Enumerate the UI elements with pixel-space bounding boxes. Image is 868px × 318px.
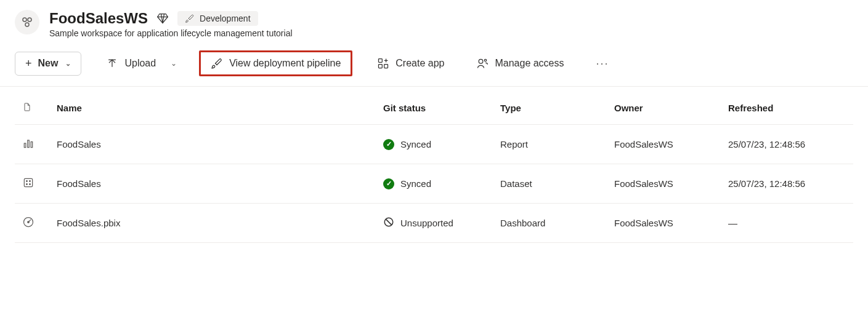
svg-rect-3 xyxy=(379,59,383,63)
column-header-name[interactable]: Name xyxy=(49,87,376,125)
item-type: Report xyxy=(493,125,607,164)
svg-point-17 xyxy=(28,221,30,223)
report-icon xyxy=(22,137,34,149)
table-header-row: Name Git status Type Owner Refreshed xyxy=(15,87,853,125)
create-app-label: Create app xyxy=(395,58,444,69)
unsupported-icon xyxy=(383,217,394,229)
svg-point-14 xyxy=(26,184,28,185)
check-circle-icon xyxy=(383,178,394,189)
item-name: FoodSales xyxy=(49,125,376,164)
page-title: FoodSalesWS xyxy=(49,10,148,27)
workspace-subtitle: Sample workspace for application lifecyc… xyxy=(49,28,293,38)
svg-rect-11 xyxy=(24,178,32,186)
git-status-label: Synced xyxy=(400,139,431,149)
table-row[interactable]: FoodSales Synced Report FoodSalesWS 25/0… xyxy=(15,125,853,164)
upload-chevron-down-icon[interactable]: ⌄ xyxy=(166,59,182,68)
table-row[interactable]: FoodSales.pbix Unsupported Dashboard Foo… xyxy=(15,204,853,243)
stage-badge[interactable]: Development xyxy=(177,11,258,26)
stage-badge-label: Development xyxy=(200,14,251,23)
premium-diamond-icon[interactable] xyxy=(156,12,169,25)
chevron-down-icon: ⌄ xyxy=(65,60,71,68)
manage-access-label: Manage access xyxy=(495,58,564,69)
item-refreshed: — xyxy=(721,204,853,243)
dashboard-icon xyxy=(22,216,34,228)
git-status-label: Synced xyxy=(400,178,431,189)
svg-line-19 xyxy=(386,219,392,225)
svg-point-15 xyxy=(30,184,31,185)
column-header-type[interactable]: Type xyxy=(493,87,607,125)
column-header-owner[interactable]: Owner xyxy=(607,87,721,125)
manage-access-button[interactable]: Manage access xyxy=(469,52,571,74)
svg-point-12 xyxy=(26,181,28,182)
svg-point-0 xyxy=(23,18,26,22)
item-owner: FoodSalesWS xyxy=(607,204,721,243)
svg-point-7 xyxy=(485,59,487,61)
view-pipeline-label: View deployment pipeline xyxy=(229,58,341,69)
column-header-git-status[interactable]: Git status xyxy=(376,87,493,125)
item-owner: FoodSalesWS xyxy=(607,125,721,164)
upload-button-label: Upload xyxy=(124,58,156,69)
workspace-avatar-icon xyxy=(15,10,39,34)
new-button-label: New xyxy=(38,58,59,69)
item-name: FoodSales.pbix xyxy=(49,204,376,243)
dataset-icon xyxy=(22,177,34,189)
upload-button[interactable]: Upload xyxy=(99,52,163,74)
column-header-icon xyxy=(15,87,49,125)
plus-icon: + xyxy=(25,57,32,70)
more-options-button[interactable]: ··· xyxy=(589,52,617,75)
svg-point-2 xyxy=(25,23,29,26)
svg-rect-8 xyxy=(24,143,26,148)
toolbar: + New ⌄ Upload ⌄ View deployment pipelin… xyxy=(0,43,868,87)
item-refreshed: 25/07/23, 12:48:56 xyxy=(721,164,853,204)
svg-point-13 xyxy=(30,181,31,182)
create-app-button[interactable]: Create app xyxy=(370,52,452,74)
svg-point-6 xyxy=(479,59,484,63)
check-circle-icon xyxy=(383,139,394,150)
item-type: Dataset xyxy=(493,164,607,204)
item-owner: FoodSalesWS xyxy=(607,164,721,204)
item-refreshed: 25/07/23, 12:48:56 xyxy=(721,125,853,164)
svg-rect-9 xyxy=(28,140,30,148)
table-row[interactable]: FoodSales Synced Dataset FoodSalesWS 25/… xyxy=(15,164,853,204)
view-deployment-pipeline-button[interactable]: View deployment pipeline xyxy=(199,50,352,76)
item-name: FoodSales xyxy=(49,164,376,204)
workspace-header: FoodSalesWS Development Sample workspace… xyxy=(0,0,868,43)
item-type: Dashboard xyxy=(493,204,607,243)
git-status-label: Unsupported xyxy=(400,218,453,228)
svg-rect-5 xyxy=(384,65,388,68)
svg-point-1 xyxy=(28,18,31,22)
new-button[interactable]: + New ⌄ xyxy=(15,52,81,76)
svg-rect-4 xyxy=(379,65,383,68)
column-header-refreshed[interactable]: Refreshed xyxy=(721,87,853,125)
svg-rect-10 xyxy=(31,142,32,148)
items-table: Name Git status Type Owner Refreshed Foo… xyxy=(15,87,853,243)
